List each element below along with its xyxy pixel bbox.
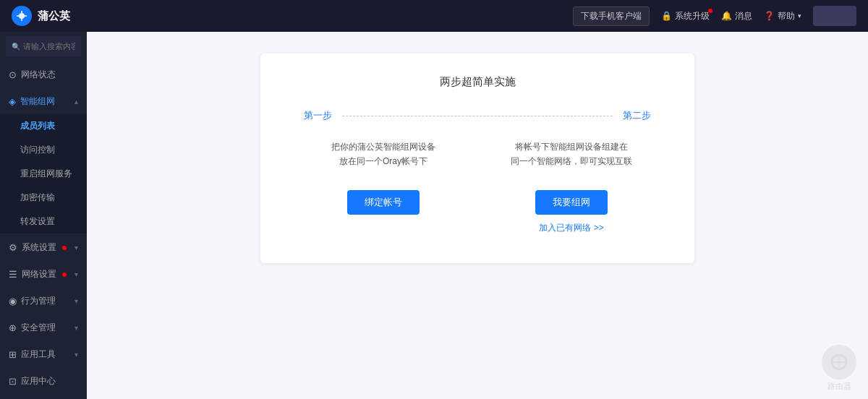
upgrade-label: 系统升级 [675, 10, 710, 22]
watermark: 路由器 [822, 345, 856, 392]
search-input[interactable] [23, 42, 75, 51]
nav-group-network-settings: ☰ 网络设置 ▾ [0, 262, 87, 287]
user-avatar[interactable] [813, 6, 856, 26]
logo-icon [12, 6, 32, 26]
system-settings-icon: ⚙ [9, 242, 17, 253]
two-col: 把你的蒲公英智能组网设备放在同一个Oray帐号下 绑定帐号 将帐号下智能组网设备… [304, 140, 651, 234]
join-network-link[interactable]: 加入已有网络 >> [539, 222, 603, 234]
nav-group-app-center: ⊡ 应用中心 [0, 369, 87, 394]
security-mgmt-icon: ⊕ [9, 322, 17, 333]
system-settings-dot [62, 246, 67, 250]
sidebar-item-label: 应用中心 [21, 375, 56, 387]
sidebar-item-app-tools[interactable]: ⊞ 应用工具 ▾ [0, 342, 87, 367]
logo: 蒲公英 [12, 6, 70, 26]
col1: 把你的蒲公英智能组网设备放在同一个Oray帐号下 绑定帐号 [304, 140, 463, 234]
chevron-up-icon: ▴ [75, 98, 78, 106]
smart-network-icon: ◈ [9, 96, 16, 107]
step-dashes [342, 116, 613, 116]
sidebar: 🔍 ⊙ 网络状态 ◈ 智能组网 ▴ 成员列表 访问 [0, 32, 87, 399]
download-btn[interactable]: 下载手机客户端 [573, 7, 650, 26]
sidebar-item-restart-service[interactable]: 重启组网服务 [0, 162, 87, 186]
sidebar-item-forward-settings[interactable]: 转发设置 [0, 210, 87, 233]
bind-account-btn[interactable]: 绑定帐号 [347, 190, 420, 215]
network-settings-dot [62, 273, 67, 277]
chevron-down-icon: ▾ [798, 12, 801, 20]
col2: 将帐号下智能组网设备组建在同一个智能网络，即可实现互联 我要组网 加入已有网络 … [492, 140, 651, 234]
setup-card: 两步超简单实施 第一步 第二步 把你的蒲公英智能组网设备放在同一个Oray帐号下… [260, 53, 694, 263]
main-layout: 🔍 ⊙ 网络状态 ◈ 智能组网 ▴ 成员列表 访问 [0, 32, 868, 399]
sidebar-item-network-settings[interactable]: ☰ 网络设置 ▾ [0, 262, 87, 287]
sidebar-item-system-settings[interactable]: ⚙ 系统设置 ▾ [0, 235, 87, 260]
question-icon: ❓ [764, 11, 775, 21]
network-settings-icon: ☰ [9, 269, 17, 280]
nav-group-smart-network: ◈ 智能组网 ▴ 成员列表 访问控制 重启组网服务 加密传输 转发设置 [0, 89, 87, 233]
step2-label: 第二步 [623, 109, 651, 122]
app-center-icon: ⊡ [9, 376, 17, 387]
sidebar-item-label: 网络设置 [22, 268, 56, 280]
step1-label: 第一步 [304, 109, 332, 122]
create-network-btn[interactable]: 我要组网 [535, 190, 608, 215]
col1-desc: 把你的蒲公英智能组网设备放在同一个Oray帐号下 [331, 140, 435, 177]
col2-desc: 将帐号下智能组网设备组建在同一个智能网络，即可实现互联 [511, 140, 632, 177]
search-box[interactable]: 🔍 [6, 36, 81, 56]
sidebar-item-access-control[interactable]: 访问控制 [0, 138, 87, 162]
sidebar-item-network-status[interactable]: ⊙ 网络状态 [0, 62, 87, 87]
sidebar-item-app-center[interactable]: ⊡ 应用中心 [0, 369, 87, 394]
watermark-text: 路由器 [827, 381, 851, 392]
setup-title: 两步超简单实施 [304, 75, 651, 89]
sidebar-item-behavior-mgmt[interactable]: ◉ 行为管理 ▾ [0, 288, 87, 314]
help-label: 帮助 [778, 10, 795, 22]
sidebar-item-label: 行为管理 [21, 295, 56, 307]
chevron-down-icon: ▾ [75, 244, 78, 252]
header-right: 下载手机客户端 🔒 系统升级 🔔 消息 ❓ 帮助 ▾ [573, 6, 856, 26]
sidebar-item-label: 系统设置 [22, 241, 56, 254]
bell-icon: 🔔 [721, 11, 732, 21]
sidebar-item-member-list[interactable]: 成员列表 [0, 114, 87, 138]
lock-icon: 🔒 [661, 11, 672, 21]
nav-group-network-status: ⊙ 网络状态 [0, 62, 87, 87]
chevron-down-icon: ▾ [75, 297, 78, 305]
sidebar-item-security-mgmt[interactable]: ⊕ 安全管理 ▾ [0, 315, 87, 340]
smart-network-submenu: 成员列表 访问控制 重启组网服务 加密传输 转发设置 [0, 114, 87, 233]
nav-group-app-tools: ⊞ 应用工具 ▾ [0, 342, 87, 367]
logo-text: 蒲公英 [38, 9, 70, 23]
nav-group-behavior-mgmt: ◉ 行为管理 ▾ [0, 288, 87, 314]
sidebar-item-smart-network[interactable]: ◈ 智能组网 ▴ [0, 89, 87, 114]
sidebar-item-label: 安全管理 [21, 322, 56, 334]
behavior-mgmt-icon: ◉ [9, 296, 17, 306]
sidebar-item-label: 智能组网 [20, 95, 55, 108]
upgrade-dot [708, 9, 712, 13]
search-icon: 🔍 [12, 43, 20, 51]
network-status-icon: ⊙ [9, 69, 17, 80]
watermark-circle [822, 345, 856, 379]
svg-point-0 [19, 13, 25, 19]
chevron-down-icon: ▾ [75, 351, 78, 359]
message-label: 消息 [735, 10, 752, 22]
sidebar-item-encrypt-transfer[interactable]: 加密传输 [0, 186, 87, 210]
main-content: 两步超简单实施 第一步 第二步 把你的蒲公英智能组网设备放在同一个Oray帐号下… [87, 32, 868, 399]
chevron-down-icon: ▾ [75, 324, 78, 332]
message-item[interactable]: 🔔 消息 [721, 10, 752, 22]
steps-row: 第一步 第二步 [304, 109, 651, 122]
chevron-down-icon: ▾ [75, 270, 78, 278]
nav-group-security-mgmt: ⊕ 安全管理 ▾ [0, 315, 87, 340]
nav-group-system-settings: ⚙ 系统设置 ▾ [0, 235, 87, 260]
sidebar-item-label: 应用工具 [21, 348, 56, 361]
sidebar-item-label: 网络状态 [21, 69, 56, 81]
help-item[interactable]: ❓ 帮助 ▾ [764, 10, 801, 22]
app-tools-icon: ⊞ [9, 349, 17, 360]
app-header: 蒲公英 下载手机客户端 🔒 系统升级 🔔 消息 ❓ 帮助 ▾ [0, 0, 868, 32]
upgrade-item[interactable]: 🔒 系统升级 [661, 10, 710, 22]
